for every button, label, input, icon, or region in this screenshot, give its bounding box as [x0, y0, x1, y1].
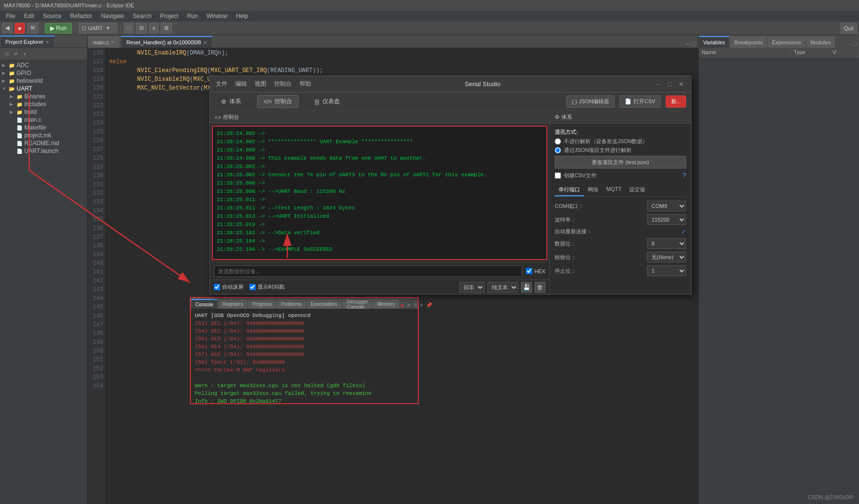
baud-rate-select[interactable]: 115200: [647, 214, 686, 225]
ss-timestamp-check[interactable]: 显示时间戳: [249, 283, 284, 291]
scroll-lock-icon[interactable]: ⇑: [413, 302, 417, 308]
toolbar-btn-2[interactable]: ⊟: [136, 23, 147, 34]
clear-console-btn[interactable]: 🗑: [535, 282, 545, 293]
minimize-editor-icon[interactable]: −: [685, 40, 689, 48]
ss-auto-scroll-check[interactable]: 自动滚屏: [214, 283, 243, 291]
tree-item-adc[interactable]: ▶ 📁 ADC: [0, 61, 87, 69]
ss-menu-file[interactable]: 文件: [216, 80, 227, 88]
perspective-btn[interactable]: Quit: [840, 23, 857, 34]
create-csv-checkbox[interactable]: [555, 172, 561, 179]
tree-item-gpio[interactable]: ▶ 📁 GPIO: [0, 69, 87, 77]
setting-tab-serial[interactable]: 串行端口: [555, 184, 584, 196]
tab-progress[interactable]: Progress: [248, 299, 276, 309]
ss-close-button[interactable]: ✕: [677, 80, 685, 88]
menu-file[interactable]: File: [2, 12, 19, 20]
menu-window[interactable]: Window: [203, 12, 231, 20]
close-icon[interactable]: ✕: [45, 39, 49, 45]
toolbar-btn-4[interactable]: ⊞: [161, 23, 172, 34]
change-file-btn[interactable]: 更改项目文件 (test.json): [555, 156, 686, 168]
ss-json-editor-btn[interactable]: { } JSON编辑器: [566, 95, 615, 108]
radio-no-parse-input[interactable]: [555, 138, 561, 145]
toolbar-btn-1[interactable]: □: [124, 23, 134, 34]
menu-run[interactable]: Run: [183, 12, 202, 20]
link-icon[interactable]: ⇄: [12, 50, 19, 58]
tree-item-projectmk[interactable]: 📄 project.mk: [0, 131, 87, 139]
tab-memory[interactable]: Memory: [373, 299, 399, 309]
menu-search[interactable]: Search: [129, 12, 155, 20]
clear-console-icon[interactable]: ✕: [407, 302, 411, 308]
tree-item-helloworld[interactable]: ▶ 📁 helloworld: [0, 77, 87, 85]
menu-refactor[interactable]: Refactor: [66, 12, 96, 20]
display-mode-select[interactable]: 纯文本: [487, 282, 518, 293]
maximize-editor-icon[interactable]: □: [691, 40, 695, 48]
menu-source[interactable]: Source: [39, 12, 65, 20]
menu-help[interactable]: Help: [232, 12, 252, 20]
menu-edit[interactable]: Edit: [20, 12, 38, 20]
tab-variables[interactable]: Variables: [699, 36, 729, 48]
ss-menu-view[interactable]: 视图: [255, 80, 266, 88]
tab-problems[interactable]: Problems: [277, 299, 306, 309]
ss-menu-edit[interactable]: 编辑: [235, 80, 247, 88]
tree-item-makefile[interactable]: 📄 Makefile: [0, 124, 87, 131]
build-button[interactable]: ⚒: [27, 23, 38, 34]
ss-tab-system[interactable]: ⚙ 体系: [215, 95, 247, 108]
help-icon[interactable]: ?: [682, 171, 686, 179]
data-bits-select[interactable]: 8: [647, 238, 686, 249]
radio-json-parse[interactable]: 通过JSON项目文件进行解析: [555, 147, 686, 154]
parity-select[interactable]: 无(None): [647, 252, 686, 262]
minimize-right-icon[interactable]: −: [849, 41, 852, 48]
close-icon[interactable]: ✕: [203, 40, 207, 45]
tab-debugger-console[interactable]: Debugger Console: [342, 299, 373, 309]
tree-item-readme[interactable]: 📄 README.md: [0, 139, 87, 147]
settings-icon[interactable]: ▾: [20, 50, 28, 58]
ss-send-input[interactable]: [214, 265, 522, 277]
tree-item-includes[interactable]: ▶ 📁 Includes: [0, 100, 87, 108]
maximize-right-icon[interactable]: □: [854, 41, 857, 48]
ss-maximize-button[interactable]: □: [666, 80, 673, 88]
collapse-all-icon[interactable]: ⊟: [3, 50, 11, 58]
ss-minimize-button[interactable]: −: [654, 80, 662, 88]
ss-tab-dashboard[interactable]: ||| 仪表盘: [308, 95, 346, 108]
save-console-btn[interactable]: 💾: [521, 282, 532, 293]
tree-item-binaries[interactable]: ▶ 📁 Binaries: [0, 93, 87, 100]
ss-menu-help[interactable]: 帮助: [299, 80, 311, 88]
back-button[interactable]: ◀: [2, 23, 13, 34]
setting-tab-network[interactable]: 网络: [584, 184, 602, 196]
timestamp-checkbox[interactable]: [249, 284, 256, 290]
ss-open-csv-btn[interactable]: 📄 打开CSV: [619, 95, 661, 108]
tab-breakpoints[interactable]: Breakpoints: [730, 36, 767, 48]
auto-scroll-checkbox[interactable]: [214, 284, 220, 290]
ss-menu-console[interactable]: 控制台: [274, 80, 292, 88]
stop-debug-icon[interactable]: ■: [401, 302, 404, 308]
tab-executables[interactable]: Executables: [306, 299, 341, 309]
ss-hex-checkbox[interactable]: [526, 268, 532, 274]
word-wrap-icon[interactable]: ≡: [420, 302, 423, 308]
close-icon[interactable]: ✕: [111, 39, 114, 45]
tab-mainc[interactable]: main.c ✕: [88, 36, 120, 48]
stop-button[interactable]: ■: [15, 23, 25, 34]
tree-item-uart-launch[interactable]: 📄 UART.launch: [0, 147, 87, 155]
ss-new-btn[interactable]: 新...: [666, 95, 686, 108]
setting-tab-values[interactable]: 设定值: [625, 184, 649, 196]
tab-project-explorer[interactable]: Project Explorer ✕: [0, 36, 55, 47]
tab-reset-handler[interactable]: Reset_Handler() at 0x100005f8 ✕: [121, 36, 212, 48]
tree-item-uart[interactable]: ▼ 📂 UART: [0, 85, 87, 93]
tab-registers[interactable]: Registers: [218, 299, 247, 309]
radio-no-parse[interactable]: 不进行解析（设备发送JSON数据）: [555, 138, 686, 145]
stop-bits-select[interactable]: 1: [647, 265, 686, 276]
ss-tab-console[interactable]: </> 控制台: [257, 95, 299, 108]
com-port-select[interactable]: COM9: [647, 201, 686, 211]
tree-item-mainc[interactable]: 📄 main.c: [0, 116, 87, 124]
tab-console[interactable]: Console: [191, 299, 218, 309]
menu-project[interactable]: Project: [156, 12, 182, 20]
config-dropdown[interactable]: ◻ UART ▾: [78, 23, 117, 34]
tab-expressions[interactable]: Expressions: [767, 36, 805, 48]
setting-tab-mqtt[interactable]: MQTT: [602, 184, 625, 196]
menu-navigate[interactable]: Navigate: [97, 12, 128, 20]
line-ending-select[interactable]: 回车: [459, 282, 485, 293]
toolbar-btn-3[interactable]: ≡: [149, 23, 159, 34]
pin-icon[interactable]: 📌: [426, 302, 432, 308]
radio-json-parse-input[interactable]: [555, 147, 561, 153]
tab-modules[interactable]: Modules: [806, 36, 835, 48]
tree-item-build[interactable]: ▶ 📁 build: [0, 108, 87, 116]
